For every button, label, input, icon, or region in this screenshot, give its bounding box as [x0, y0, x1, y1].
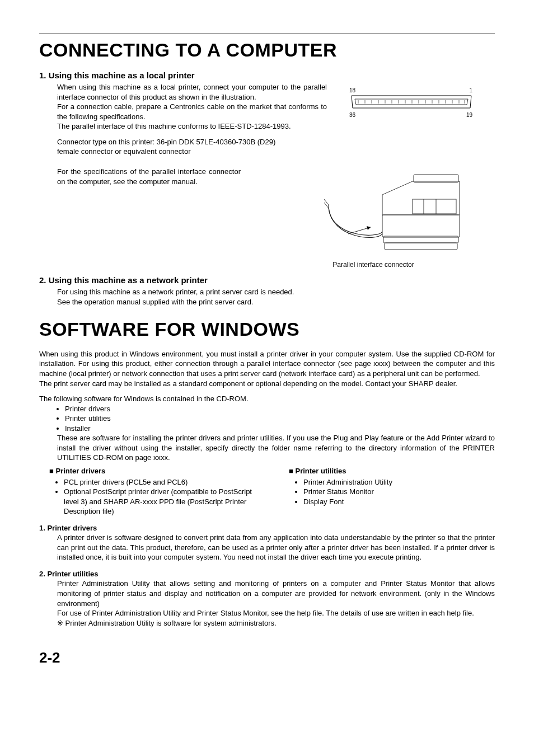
installer-note: These are software for installing the pr… [57, 433, 495, 463]
col2-item-admin: Printer Administration Utility [303, 477, 495, 487]
connector-type-line1: Connector type on this printer: 36-pin D… [57, 137, 327, 147]
sub2-p1: Printer Administration Utility that allo… [57, 579, 495, 608]
svg-line-24 [324, 199, 329, 205]
title-software: SOFTWARE FOR WINDOWS [39, 317, 495, 342]
pin-label-1: 1 [469, 87, 472, 95]
sw-p1: When using this product in Windows envir… [39, 349, 495, 379]
svg-rect-19 [382, 215, 460, 237]
top-rule [39, 34, 495, 34]
printer-illustration [252, 171, 495, 258]
sec1-p2: For a connection cable, prepare a Centro… [57, 102, 327, 121]
sec2-heading: 2. Using this machine as a network print… [39, 275, 495, 286]
sec1-heading: 1. Using this machine as a local printer [39, 70, 495, 81]
sub2-p3: ※ Printer Administration Utility is soft… [57, 618, 495, 628]
sub1-heading: 1. Printer drivers [39, 523, 495, 533]
svg-rect-21 [413, 199, 456, 214]
pin-label-36: 36 [349, 111, 355, 119]
sw-p2: The print server card may be installed a… [39, 379, 495, 389]
sec1-p1: When using this machine as a local print… [57, 82, 327, 102]
sw-list-utilities: Printer utilities [65, 414, 495, 424]
pin-label-18: 18 [349, 87, 355, 95]
col2-list: Printer Administration Utility Printer S… [294, 477, 495, 507]
col1-list: PCL printer drivers (PCL5e and PCL6) Opt… [55, 477, 255, 516]
title-connecting: CONNECTING TO A COMPUTER [39, 37, 495, 63]
connector-type-line2: female connector or equivalent connector [57, 147, 327, 157]
svg-rect-17 [385, 243, 457, 250]
sec2-p1: For using this machine as a network prin… [57, 287, 495, 297]
connector-icon [349, 95, 474, 109]
pin-label-19: 19 [466, 111, 472, 119]
svg-line-26 [348, 227, 371, 234]
sub2-heading: 2. Printer utilities [39, 569, 495, 579]
sec1-p3: The parallel interface of this machine c… [57, 121, 327, 132]
sw-p3: The following software for Windows is co… [39, 394, 495, 404]
svg-line-25 [324, 203, 329, 208]
sw-list-drivers: Printer drivers [65, 404, 495, 414]
page-number: 2-2 [39, 648, 495, 668]
col1-item-pcl: PCL printer drivers (PCL5e and PCL6) [64, 477, 255, 487]
sw-list-installer: Installer [65, 424, 495, 434]
col1-head: Printer drivers [49, 466, 255, 476]
col1-item-postscript: Optional PostScript printer driver (comp… [64, 487, 255, 516]
sub1-p: A printer driver is software designed to… [57, 533, 495, 562]
printer-caption: Parallel interface connector [252, 260, 495, 269]
connector-pin-diagram: 18 1 36 19 [338, 87, 495, 119]
col2-item-status: Printer Status Monitor [303, 487, 495, 497]
sw-list: Printer drivers Printer utilities Instal… [55, 404, 495, 434]
col2-item-font: Display Font [303, 497, 495, 507]
svg-marker-27 [367, 226, 371, 230]
sec1-spec-para: For the specifications of the parallel i… [57, 167, 241, 186]
sub2-p2: For use of Printer Administration Utilit… [57, 608, 495, 618]
col2-head: Printer utilities [289, 466, 495, 476]
sec2-p2: See the operation manual supplied with t… [57, 297, 495, 307]
